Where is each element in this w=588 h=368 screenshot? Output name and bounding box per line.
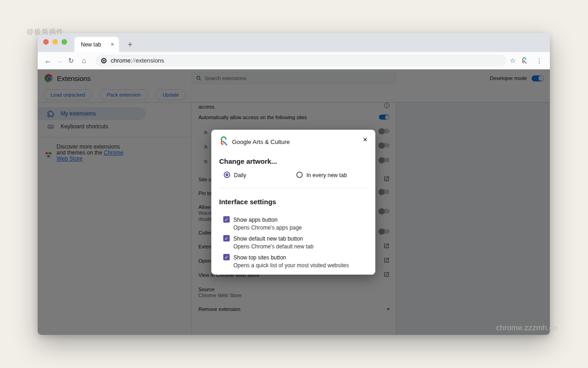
tab-strip: New tab ✕ + xyxy=(38,33,550,52)
browser-window: New tab ✕ + ← → ↻ ⌂ chrome://extensions … xyxy=(38,33,550,335)
checkbox-label: Show default new tab button xyxy=(233,236,303,242)
url-host: extensions xyxy=(136,57,164,64)
dialog-title: Google Arts & Culture xyxy=(232,138,290,145)
browser-menu-icon[interactable]: ⋮ xyxy=(533,57,545,64)
maximize-window-button[interactable] xyxy=(62,39,67,45)
tab-close-icon[interactable]: ✕ xyxy=(111,42,114,47)
dialog-divider xyxy=(219,188,368,188)
arts-culture-extension-icon[interactable] xyxy=(520,57,529,65)
arts-culture-logo-icon xyxy=(218,135,230,147)
watermark-top: @极简插件 xyxy=(27,28,63,36)
url-text: chrome://extensions xyxy=(111,57,164,64)
url-scheme: chrome: xyxy=(111,57,132,64)
change-artwork-heading: Change artwork... xyxy=(219,157,277,165)
tab-title: New tab xyxy=(81,41,101,48)
toolbar-right: ☆ ⋮ xyxy=(510,57,545,65)
interface-settings-heading: Interface settings xyxy=(219,198,276,206)
radio-daily[interactable] xyxy=(224,172,230,178)
new-tab-button[interactable]: + xyxy=(124,39,136,51)
traffic-lights xyxy=(43,39,67,45)
checkbox-show-default-newtab[interactable]: ✓ xyxy=(223,235,230,242)
back-icon[interactable]: ← xyxy=(42,57,54,65)
radio-daily-label: Daily xyxy=(234,172,246,178)
radio-every-new-tab-label: In every new tab xyxy=(306,172,347,178)
checkbox-show-apps[interactable]: ✓ xyxy=(223,216,230,223)
home-icon[interactable]: ⌂ xyxy=(78,57,90,65)
close-window-button[interactable] xyxy=(43,39,49,45)
reload-icon[interactable]: ↻ xyxy=(65,57,77,65)
tab-new-tab[interactable]: New tab ✕ xyxy=(74,37,119,52)
forward-icon[interactable]: → xyxy=(54,57,65,65)
checkbox-sublabel: Opens Chrome's default new tab xyxy=(233,243,313,250)
minimize-window-button[interactable] xyxy=(52,39,58,45)
checkbox-label: Show top sites button xyxy=(233,254,286,261)
address-bar[interactable]: chrome://extensions xyxy=(96,55,506,67)
watermark-bottom: chrome.zzzmh.cn xyxy=(496,323,557,333)
arts-culture-options-dialog: Google Arts & Culture ✕ Change artwork..… xyxy=(211,130,375,275)
checkbox-sublabel: Opens Chrome's apps page xyxy=(233,224,302,231)
site-info-icon[interactable] xyxy=(101,58,107,63)
bookmark-icon[interactable]: ☆ xyxy=(510,57,516,65)
artwork-options: Daily In every new tab xyxy=(211,171,375,179)
checkbox-sublabel: Opens a quick list of your most visited … xyxy=(233,262,349,269)
close-icon[interactable]: ✕ xyxy=(361,135,369,144)
checkbox-show-top-sites[interactable]: ✓ xyxy=(223,254,230,260)
browser-toolbar: ← → ↻ ⌂ chrome://extensions ☆ ⋮ xyxy=(38,52,550,69)
checkbox-label: Show apps button xyxy=(233,217,277,223)
radio-every-new-tab[interactable] xyxy=(296,172,303,178)
